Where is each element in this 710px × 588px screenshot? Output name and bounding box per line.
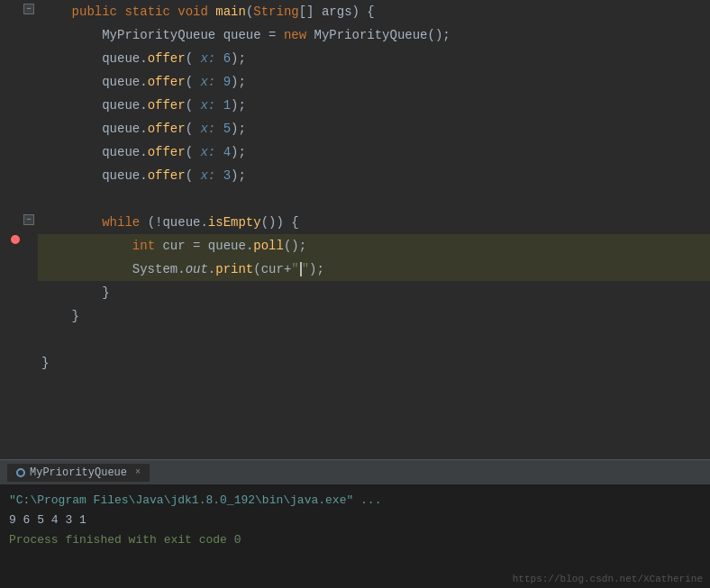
terminal-line-2: 9 6 5 4 3 1	[9, 510, 701, 529]
terminal-line-3: Process finished with exit code 0	[9, 529, 701, 549]
code-line-9	[38, 187, 710, 211]
code-line-10: while (!queue.isEmpty()) {	[38, 211, 710, 234]
code-line-1: public static void main(String[] args) {	[38, 0, 710, 23]
terminal-path: "C:\Program Files\Java\jdk1.8.0_192\bin\…	[9, 493, 381, 507]
terminal-wrapper: MyPriorityQueue × "C:\Program Files\Java…	[0, 459, 710, 588]
terminal-tab-label: MyPriorityQueue	[30, 466, 127, 479]
code-line-13: }	[38, 281, 710, 304]
run-icon	[16, 468, 25, 477]
code-editor[interactable]: − − public static void main(String[] arg…	[0, 0, 710, 459]
terminal-output: "C:\Program Files\Java\jdk1.8.0_192\bin\…	[0, 484, 710, 588]
editor-container: − − public static void main(String[] arg…	[0, 0, 710, 588]
code-line-8: queue.offer( x: 3);	[38, 164, 710, 187]
code-line-14: }	[38, 304, 710, 328]
code-line-15	[38, 328, 710, 351]
breakpoint-line11[interactable]	[11, 235, 20, 244]
breakpoint-gutter	[9, 0, 23, 459]
code-line-11: int cur = queue.poll();	[38, 234, 710, 258]
fold-icon-while[interactable]: −	[23, 214, 34, 225]
fold-gutter: − −	[23, 0, 35, 459]
tab-close-icon[interactable]: ×	[135, 467, 141, 477]
fold-icon-main[interactable]: −	[23, 4, 34, 14]
code-line-6: queue.offer( x: 5);	[38, 117, 710, 140]
code-line-16: }	[38, 351, 710, 375]
code-line-5: queue.offer( x: 1);	[38, 94, 710, 117]
code-line-2: MyPriorityQueue queue = new MyPriorityQu…	[38, 23, 710, 47]
code-line-3: queue.offer( x: 6);	[38, 47, 710, 70]
terminal-header: MyPriorityQueue ×	[0, 459, 710, 484]
code-line-12: System.out.print(cur+"");	[38, 258, 710, 281]
code-line-7: queue.offer( x: 4);	[38, 140, 710, 164]
terminal-result: 9 6 5 4 3 1	[9, 513, 86, 527]
terminal-exit-message: Process finished with exit code 0	[9, 533, 241, 547]
code-line-4: queue.offer( x: 9);	[38, 70, 710, 94]
terminal-line-1: "C:\Program Files\Java\jdk1.8.0_192\bin\…	[9, 490, 701, 510]
code-lines: public static void main(String[] args) {…	[38, 0, 710, 375]
terminal-tab[interactable]: MyPriorityQueue ×	[7, 464, 150, 482]
watermark: https://blog.csdn.net/XCatherine	[513, 574, 703, 584]
